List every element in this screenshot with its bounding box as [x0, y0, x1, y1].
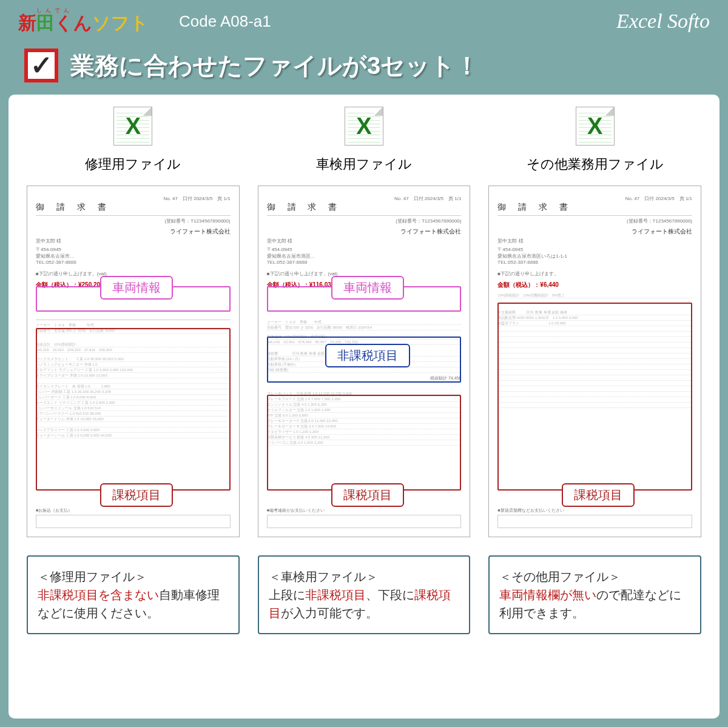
logo: しんでん 新田くんソフト [18, 7, 149, 36]
connector-line [364, 537, 365, 537]
desc-title: ＜修理用ファイル＞ [38, 568, 229, 586]
tag-vehicle-info: 車両情報 [331, 276, 404, 300]
file-label: 車検用ファイル [316, 155, 412, 173]
logo-part-1: 新 [18, 13, 36, 33]
column-inspection: X 車検用ファイル No. 47 日付 2024/3/5 頁 1/1 御 請 求… [258, 107, 471, 700]
page: しんでん 新田くんソフト Code A08-a1 Excel Softo ✓ 業… [0, 0, 728, 727]
tag-vehicle-info: 車両情報 [100, 276, 173, 300]
document-preview-other: No. 47 日付 2024/3/5 頁 1/1 御 請 求 書 (登録番号：T… [488, 186, 701, 537]
checkbox-icon: ✓ [24, 49, 58, 82]
column-repair: X 修理用ファイル No. 47 日付 2024/3/5 頁 1/1 御 請 求… [27, 107, 240, 700]
logo-part-2: 田 [36, 13, 55, 33]
connector-line [595, 537, 596, 537]
tag-taxed: 課税項目 [562, 483, 635, 507]
doc-company: ライフォート株式会社 [36, 227, 231, 236]
excel-file-icon: X [345, 107, 383, 146]
doc-customer: 里中太郎 様 [36, 238, 231, 244]
tag-nontax: 非課税項目 [325, 344, 410, 367]
excel-file-icon: X [576, 107, 615, 146]
page-title: 業務に合わせたファイルが3セット！ [70, 49, 479, 82]
brand-right: Excel Softo [616, 10, 710, 33]
description-box: ＜車検用ファイル＞ 上段に非課税項目、下段に課税項目が入力可能です。 [258, 555, 471, 634]
description-box: ＜修理用ファイル＞ 非課税項目を含まない自動車修理などに使用ください。 [27, 555, 240, 634]
document-preview-repair: No. 47 日付 2024/3/5 頁 1/1 御 請 求 書 (登録番号：T… [27, 186, 240, 537]
check-mark-icon: ✓ [30, 52, 53, 79]
connector-line [133, 537, 134, 537]
taxed-box [497, 303, 692, 491]
file-label: その他業務用ファイル [527, 155, 664, 173]
taxed-box [36, 328, 231, 491]
code-label: Code A08-a1 [179, 12, 271, 31]
taxed-box [267, 395, 462, 491]
document-preview-inspection: No. 47 日付 2024/3/5 頁 1/1 御 請 求 書 (登録番号：T… [258, 186, 471, 537]
title-row: ✓ 業務に合わせたファイルが3セット！ [0, 42, 728, 95]
header: しんでん 新田くんソフト Code A08-a1 Excel Softo [0, 0, 728, 42]
excel-file-icon: X [113, 107, 152, 146]
tag-taxed: 課税項目 [331, 483, 404, 507]
content: X 修理用ファイル No. 47 日付 2024/3/5 頁 1/1 御 請 求… [8, 95, 720, 719]
tag-taxed: 課税項目 [100, 483, 173, 507]
column-other: X その他業務用ファイル No. 47 日付 2024/3/5 頁 1/1 御 … [488, 107, 701, 700]
logo-part-4: ソフト [92, 13, 149, 33]
description-box: ＜その他用ファイル＞ 車両情報欄が無いので配達などに利用できます。 [488, 555, 701, 634]
file-label: 修理用ファイル [85, 155, 181, 173]
logo-part-3: くん [55, 13, 92, 33]
doc-title: 御 請 求 書 [36, 202, 231, 213]
